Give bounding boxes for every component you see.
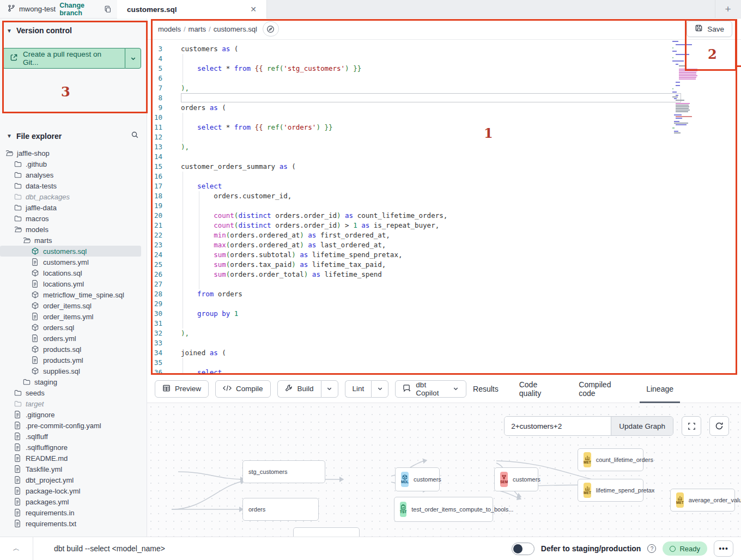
code-line-29[interactable]: 29: [147, 299, 741, 309]
lineage-node-customers[interactable]: SEMcustomers: [494, 467, 538, 491]
file-tree-item--sqlfluff[interactable]: .sqlfluff: [0, 431, 147, 442]
tab-code-quality[interactable]: Code quality: [519, 375, 558, 403]
code-line-8[interactable]: 8: [147, 93, 741, 103]
file-tree-item--gitignore[interactable]: .gitignore: [0, 409, 147, 420]
save-button[interactable]: Save: [687, 21, 732, 37]
build-button[interactable]: Build: [277, 380, 321, 398]
code-line-25[interactable]: 25 sum(orders.tax_paid) as lifetime_tax_…: [147, 260, 741, 270]
code-line-10[interactable]: 10: [147, 113, 741, 123]
code-line-11[interactable]: 11 select * from {{ ref('orders') }}: [147, 123, 741, 132]
file-tree-item-metricflow-time-spine-sql[interactable]: metricflow_time_spine.sql: [0, 289, 147, 300]
code-line-15[interactable]: 15customer_orders_summary as (: [147, 162, 741, 172]
file-tree-item-seeds[interactable]: seeds: [0, 387, 147, 398]
file-tree-item-orders-sql[interactable]: orders.sql: [0, 322, 147, 333]
code-line-3[interactable]: 3customers as (: [147, 44, 741, 54]
file-tree-item-order-items-yml[interactable]: order_items.yml: [0, 311, 147, 322]
file-tree-item-dbt-project-yml[interactable]: dbt_project.yml: [0, 474, 147, 485]
new-tab-button[interactable]: +: [721, 3, 734, 16]
create-pr-dropdown-button[interactable]: [125, 48, 141, 69]
code-line-32[interactable]: 32),: [147, 328, 741, 338]
file-tree-item--pre-commit-config-yaml[interactable]: .pre-commit-config.yaml: [0, 420, 147, 431]
lineage-node-partial[interactable]: [293, 527, 360, 537]
file-tree-item-customers-yml[interactable]: customers.yml: [0, 257, 147, 267]
refresh-button[interactable]: [709, 416, 729, 436]
code-line-19[interactable]: 19: [147, 201, 741, 211]
version-control-header[interactable]: ▼ Version control: [0, 19, 147, 38]
breadcrumb-models[interactable]: models: [158, 25, 181, 33]
file-tree-item-locations-yml[interactable]: locations.yml: [0, 278, 147, 289]
file-tree-item-marts[interactable]: marts: [0, 235, 147, 246]
lineage-node-orders[interactable]: orders: [242, 498, 319, 521]
breadcrumb-marts[interactable]: marts: [189, 25, 206, 33]
code-line-34[interactable]: 34joined as (: [147, 348, 741, 358]
file-tree-item-order-items-sql[interactable]: order_items.sql: [0, 300, 147, 311]
help-icon[interactable]: ?: [647, 544, 656, 553]
file-tree-item-analyses[interactable]: analyses: [0, 169, 147, 180]
breadcrumb-file[interactable]: customers.sql: [214, 25, 257, 33]
code-line-26[interactable]: 26 sum(orders.order_total) as lifetime_s…: [147, 270, 741, 279]
dbt-copilot-button[interactable]: dbt Copilot: [395, 380, 466, 398]
code-line-30[interactable]: 30 group by 1: [147, 309, 741, 319]
build-dropdown-button[interactable]: [321, 380, 338, 398]
code-line-20[interactable]: 20 count(distinct orders.order_id) as co…: [147, 211, 741, 221]
file-tree-item-models[interactable]: models: [0, 224, 147, 235]
tab-compiled-code[interactable]: Compiled code: [579, 375, 625, 403]
file-tree-item-dbt-packages[interactable]: dbt_packages: [0, 191, 147, 202]
code-line-4[interactable]: 4: [147, 54, 741, 64]
editor-tab-customers-sql[interactable]: customers.sql ✕: [117, 0, 267, 19]
navigate-compass-icon[interactable]: [263, 21, 279, 36]
file-tree-item--sqlfluffignore[interactable]: .sqlfluffignore: [0, 442, 147, 453]
command-input[interactable]: dbt build --select <model_name>: [54, 544, 165, 553]
file-tree-item-supplies-sql[interactable]: supplies.sql: [0, 366, 147, 376]
file-tree-item-locations-sql[interactable]: locations.sql: [0, 267, 147, 278]
code-line-27[interactable]: 27: [147, 279, 741, 289]
minimap[interactable]: [671, 41, 716, 120]
command-caret-icon[interactable]: ︿: [0, 544, 33, 553]
file-tree-item-orders-yml[interactable]: orders.yml: [0, 333, 147, 344]
code-line-14[interactable]: 14: [147, 152, 741, 162]
defer-toggle[interactable]: [512, 543, 535, 555]
code-line-9[interactable]: 9orders as (: [147, 103, 741, 113]
copy-icon[interactable]: [104, 5, 112, 13]
code-line-21[interactable]: 21 count(distinct orders.order_id) > 1 a…: [147, 221, 741, 230]
file-tree-item-products-sql[interactable]: products.sql: [0, 344, 147, 355]
code-line-24[interactable]: 24 sum(orders.subtotal) as lifetime_spen…: [147, 250, 741, 260]
lineage-node-average-order-value[interactable]: METaverage_order_value: [670, 489, 735, 512]
code-line-28[interactable]: 28 from orders: [147, 289, 741, 299]
lineage-node-test-order-items-compute-to-bools-[interactable]: TSTtest_order_items_compute_to_bools...: [394, 497, 493, 522]
more-options-button[interactable]: •••: [714, 540, 733, 557]
lineage-node-customers[interactable]: MDLcustomers: [395, 467, 440, 491]
file-tree-item-customers-sql[interactable]: customers.sql: [0, 246, 141, 257]
code-line-18[interactable]: 18 orders.customer_id,: [147, 191, 741, 201]
tab-lineage[interactable]: Lineage: [646, 375, 673, 403]
file-tree-item-jaffle-data[interactable]: jaffle-data: [0, 202, 147, 213]
lineage-selector-input[interactable]: [505, 417, 611, 435]
code-line-22[interactable]: 22 min(orders.ordered_at) as first_order…: [147, 230, 741, 240]
preview-button[interactable]: Preview: [155, 380, 209, 398]
lint-dropdown-button[interactable]: [371, 380, 388, 398]
file-tree-item-taskfile-yml[interactable]: Taskfile.yml: [0, 464, 147, 474]
code-line-7[interactable]: 7),: [147, 83, 741, 93]
update-graph-button[interactable]: Update Graph: [611, 417, 673, 435]
code-line-31[interactable]: 31: [147, 319, 741, 328]
file-tree-item-jaffle-shop[interactable]: jaffle-shop: [0, 148, 147, 159]
lineage-node-count-lifetime-orders[interactable]: METcount_lifetime_orders: [578, 448, 643, 471]
file-tree-item-products-yml[interactable]: products.yml: [0, 355, 147, 366]
code-editor[interactable]: 3customers as (45 select * from {{ ref('…: [147, 40, 741, 375]
close-tab-icon[interactable]: ✕: [248, 4, 259, 15]
ready-status-badge[interactable]: Ready: [663, 541, 707, 556]
file-tree-item--github[interactable]: .github: [0, 159, 147, 169]
file-tree-item-package-lock-yml[interactable]: package-lock.yml: [0, 485, 147, 496]
file-tree-item-requirements-in[interactable]: requirements.in: [0, 507, 147, 518]
file-tree-item-macros[interactable]: macros: [0, 213, 147, 224]
fullscreen-button[interactable]: [682, 416, 701, 436]
change-branch-link[interactable]: Change branch: [59, 2, 100, 17]
code-line-36[interactable]: 36 select: [147, 368, 741, 375]
code-line-6[interactable]: 6: [147, 74, 741, 83]
lint-button[interactable]: Lint: [345, 380, 372, 398]
file-explorer-header[interactable]: ▼ File explorer: [0, 123, 147, 144]
file-tree-item-staging[interactable]: staging: [0, 376, 147, 387]
lineage-node-stg-customers[interactable]: stg_customers: [242, 460, 325, 483]
lineage-node-lifetime-spend-pretax[interactable]: METlifetime_spend_pretax: [578, 479, 643, 502]
code-line-23[interactable]: 23 max(orders.ordered_at) as last_ordere…: [147, 240, 741, 250]
